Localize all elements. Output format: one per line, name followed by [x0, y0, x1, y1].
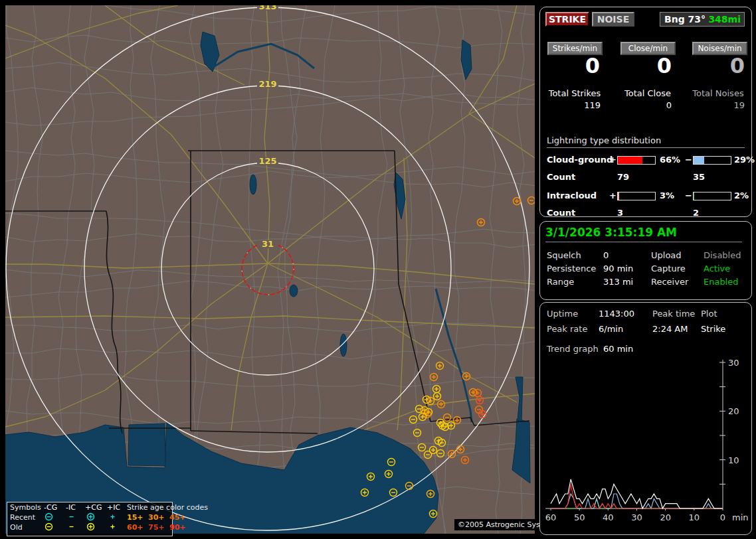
cg-minus-count: 35: [693, 172, 705, 182]
cg-plus-bar: [617, 156, 656, 165]
status-panel: 3/1/2026 3:15:19 AM Squelch 0 Persistenc…: [539, 221, 752, 300]
legend-header-row: Symbols -CG -IC +CG +IC Strike age color…: [7, 502, 172, 512]
cg-minus-bar: [693, 156, 731, 165]
legend-recent-row: Recent15+30+45+: [7, 512, 172, 522]
intracloud-label: Intracloud: [547, 191, 597, 200]
x-tick-label: 60: [545, 512, 557, 522]
map-canvas[interactable]: 31321912531 Symbols -CG -IC +CG +IC Stri…: [5, 5, 535, 534]
x-tick-label: 10: [689, 512, 700, 522]
plus-icon: [108, 522, 117, 531]
plus-icon: [108, 512, 117, 521]
ring-label-219: 219: [258, 79, 276, 89]
trend-panel: Uptime 1143:00 Peak time Plot Peak rate …: [539, 302, 752, 535]
legend-col-pic: +IC: [107, 502, 120, 512]
trend-graph-value: 60 min: [603, 344, 633, 354]
receiver-status: Enabled: [704, 277, 739, 287]
strike-stats-panel: STRIKE NOISE Bng 73° 348mi Strikes/min C…: [539, 7, 752, 217]
ring-label-125: 125: [258, 156, 276, 166]
total-noises-label: Total Noises: [689, 88, 747, 98]
persistence-value: 90 min: [603, 264, 633, 273]
ic-count-label: Count: [547, 208, 575, 218]
cg-count-label: Count: [547, 172, 575, 182]
persistence-label: Persistence: [547, 264, 596, 273]
capture-label: Capture: [651, 264, 686, 273]
strike-mode-button[interactable]: STRIKE: [545, 12, 589, 27]
legend-recent-label: Recent: [10, 512, 35, 522]
uptime-label: Uptime: [547, 309, 578, 319]
legend-col-pcg: +CG: [85, 502, 102, 512]
total-strikes-label: Total Strikes: [545, 88, 604, 98]
cg-plus-sign: +: [609, 155, 616, 165]
upload-status: Disabled: [704, 250, 741, 260]
cloud-ground-label: Cloud-ground: [547, 155, 613, 165]
strikes-per-min-value: 0: [547, 54, 600, 78]
plot-value: Strike: [701, 324, 725, 334]
age-code-15+: 15+: [127, 512, 143, 522]
peak-time-label: Peak time: [652, 309, 695, 319]
minus-circle-icon: [45, 512, 53, 521]
total-close-label: Total Close: [618, 88, 677, 98]
x-tick-label: 0: [720, 512, 725, 522]
upload-label: Upload: [651, 250, 682, 260]
map-legend: Symbols -CG -IC +CG +IC Strike age color…: [7, 502, 173, 536]
y-tick-label: 30: [728, 358, 739, 368]
noise-mode-button[interactable]: NOISE: [592, 12, 634, 27]
app-window: { "header": { "strike_btn": "STRIKE", "n…: [0, 0, 756, 539]
x-axis-unit: min: [732, 512, 749, 522]
legend-old-row: Old60+75+90+: [7, 522, 172, 532]
total-close-value: 0: [618, 100, 672, 110]
ic-minus-bar: [693, 192, 731, 200]
squelch-label: Squelch: [547, 250, 581, 260]
bearing-display: Bng 73° 348mi: [660, 12, 745, 27]
peak-rate-label: Peak rate: [547, 324, 587, 334]
ic-plus-pct: 3%: [660, 191, 674, 200]
distribution-title: Lightning type distribution: [547, 135, 745, 148]
legend-symbols-label: Symbols: [10, 502, 41, 512]
close-per-min-value: 0: [619, 54, 672, 78]
ring-label-313: 313: [258, 5, 276, 11]
ic-minus-pct: 2%: [734, 191, 749, 200]
plus-circle-icon: [86, 512, 95, 521]
ic-plus-bar: [617, 192, 656, 200]
y-tick-label: 10: [728, 455, 739, 465]
range-value: 313 mi: [603, 277, 633, 287]
plus-circle-icon: [86, 522, 95, 531]
lightning-map[interactable]: 31321912531: [5, 5, 535, 534]
cg-plus-count: 79: [617, 172, 629, 182]
x-tick-label: 30: [631, 512, 642, 522]
minus-icon: [67, 512, 76, 521]
y-tick-label: 20: [728, 406, 739, 416]
x-tick-label: 20: [660, 512, 671, 522]
trend-series--CG: [551, 494, 723, 508]
total-strikes-value: 119: [547, 100, 601, 110]
ic-minus-count: 2: [693, 208, 699, 218]
age-code-45+: 45+: [169, 512, 186, 522]
legend-col-nic: -IC: [66, 502, 76, 512]
distance-value: 348mi: [708, 13, 741, 26]
age-code-30+: 30+: [148, 512, 165, 522]
cg-minus-sign: −: [685, 155, 692, 165]
ic-minus-sign: −: [685, 191, 692, 200]
total-noises-value: 19: [692, 100, 745, 110]
datetime-display: 3/1/2026 3:15:19 AM: [545, 226, 742, 242]
trend-series-total: [551, 479, 723, 508]
minus-icon: [67, 522, 76, 531]
peak-rate-value: 6/min: [599, 324, 623, 334]
legend-col-ncg: -CG: [44, 502, 57, 512]
age-code-75+: 75+: [148, 522, 165, 532]
cg-plus-pct: 66%: [660, 155, 680, 165]
x-tick-label: 40: [603, 512, 614, 522]
squelch-value: 0: [603, 250, 609, 260]
peak-time-value: 2:24 AM: [652, 324, 688, 334]
age-code-90+: 90+: [169, 522, 186, 532]
cg-minus-pct: 29%: [734, 155, 755, 165]
plot-label: Plot: [701, 309, 717, 319]
noises-per-min-value: 0: [692, 54, 745, 78]
legend-old-label: Old: [10, 522, 23, 532]
minus-circle-icon: [45, 522, 53, 531]
ic-plus-count: 3: [617, 208, 623, 218]
ic-plus-sign: +: [609, 191, 616, 200]
trend-graph-chart: 1020306050403020100min: [540, 357, 751, 532]
capture-status: Active: [704, 264, 730, 273]
ring-label-31: 31: [262, 239, 274, 249]
